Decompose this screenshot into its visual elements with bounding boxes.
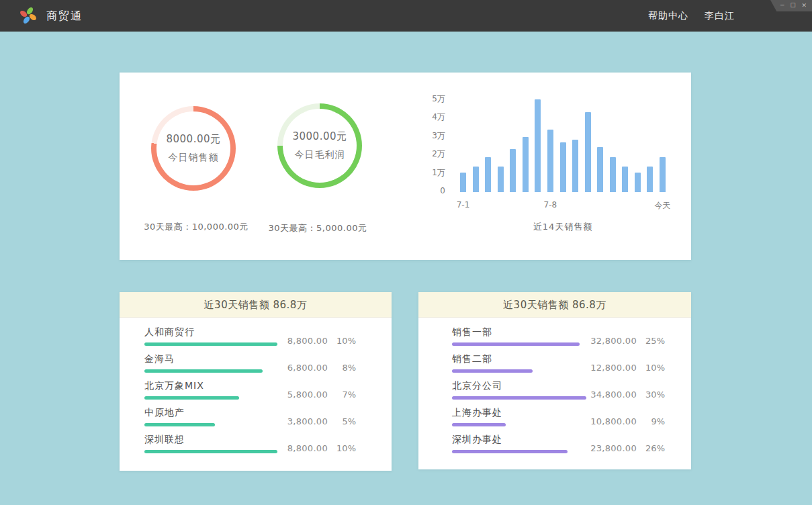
- y-tick-label: 0: [415, 185, 445, 196]
- bar-chart-y-axis: 01万2万3万4万5万: [415, 98, 445, 192]
- percent-value: 5%: [328, 416, 356, 426]
- sales-bar: [498, 167, 504, 192]
- list-item: 人和商贸行8,800.0010%: [144, 326, 356, 346]
- sales-bar: [560, 142, 566, 192]
- sales-bar: [597, 147, 603, 192]
- bar-chart-title: 近14天销售额: [460, 221, 666, 233]
- sales-bar: [535, 99, 541, 192]
- today-sales-donut: 8000.00元 今日销售额: [151, 106, 236, 191]
- y-tick-label: 2万: [415, 148, 445, 159]
- entity-name: 深圳办事处: [452, 434, 586, 445]
- percent-value: 26%: [637, 443, 665, 453]
- topbar-nav: 帮助中心 李白江: [648, 0, 735, 32]
- today-profit-value: 3000.00元: [292, 130, 347, 143]
- x-tick-label: 7-1: [443, 200, 484, 210]
- list-item: 深圳办事处23,800.0026%: [452, 434, 665, 453]
- list-item-figures: 10,800.009%: [586, 416, 665, 426]
- bar-chart-bars: [460, 98, 666, 192]
- list-item-main: 深圳办事处: [452, 434, 586, 453]
- list-item: 金海马6,800.008%: [144, 353, 356, 373]
- amount-value: 23,800.00: [590, 443, 637, 453]
- percent-value: 25%: [637, 336, 665, 346]
- percent-value: 9%: [637, 416, 665, 426]
- sales-bar: [647, 167, 653, 192]
- list-item-figures: 23,800.0026%: [586, 443, 665, 453]
- sales-bar: [660, 157, 666, 192]
- list-item-main: 中原地产: [144, 407, 277, 426]
- y-tick-label: 1万: [415, 167, 445, 178]
- list-item-figures: 3,800.005%: [277, 416, 356, 426]
- list-item-main: 深圳联想: [144, 434, 277, 453]
- percent-value: 8%: [328, 363, 356, 373]
- department-panel-title: 近30天销售额 86.8万: [418, 292, 691, 318]
- entity-name: 北京分公司: [452, 380, 586, 392]
- topbar: 商贸通 帮助中心 李白江 ─ ☐ ✕: [0, 0, 812, 32]
- today-profit-label: 今日毛利润: [295, 149, 345, 161]
- sales-bar: [622, 167, 628, 192]
- entity-name: 北京万象MIX: [144, 380, 277, 392]
- list-item: 上海办事处10,800.009%: [452, 407, 665, 426]
- department-sales-panel: 近30天销售额 86.8万 销售一部32,800.0025%销售二部12,800…: [418, 292, 691, 469]
- overview-card: 8000.00元 今日销售额 30天最高：10,000.00元 3000.00元…: [120, 73, 691, 260]
- list-item-figures: 8,800.0010%: [277, 443, 356, 453]
- app-logo-icon: [18, 5, 38, 26]
- list-item-figures: 32,800.0025%: [586, 336, 665, 346]
- today-sales-label: 今日销售额: [169, 152, 219, 164]
- list-item-figures: 34,800.0030%: [586, 389, 665, 400]
- amount-value: 8,800.00: [287, 336, 328, 346]
- bar-chart-x-axis: 7-17-8今天: [460, 200, 666, 211]
- user-menu[interactable]: 李白江: [705, 10, 735, 22]
- amount-value: 5,800.00: [287, 389, 328, 400]
- amount-value: 34,800.00: [590, 389, 637, 400]
- today-sales-value: 8000.00元: [166, 133, 220, 146]
- list-item-figures: 6,800.008%: [277, 363, 356, 373]
- customer-panel-title: 近30天销售额 86.8万: [120, 292, 392, 318]
- profit-30day-max: 30天最高：5,000.00元: [244, 222, 392, 234]
- progress-bar: [144, 396, 239, 400]
- entity-name: 销售一部: [452, 326, 586, 338]
- progress-bar: [452, 396, 586, 400]
- entity-name: 上海办事处: [452, 407, 586, 418]
- amount-value: 12,800.00: [590, 363, 637, 373]
- sales-bar: [485, 157, 491, 192]
- sales-bar: [523, 137, 529, 192]
- list-item: 中原地产3,800.005%: [144, 407, 356, 426]
- list-item: 北京万象MIX5,800.007%: [144, 380, 356, 400]
- list-item-main: 销售二部: [452, 353, 586, 373]
- sales-bar: [610, 157, 616, 192]
- percent-value: 10%: [637, 363, 665, 373]
- list-item-main: 金海马: [144, 353, 277, 373]
- close-button[interactable]: ✕: [801, 3, 807, 9]
- list-item-figures: 12,800.0010%: [586, 363, 665, 373]
- minimize-button[interactable]: ─: [780, 3, 784, 9]
- sales-bar: [510, 149, 516, 192]
- percent-value: 7%: [328, 389, 356, 400]
- list-item-main: 北京万象MIX: [144, 380, 277, 400]
- entity-name: 人和商贸行: [144, 326, 277, 338]
- sales-bar: [585, 112, 591, 192]
- list-item-figures: 5,800.007%: [277, 389, 356, 400]
- maximize-button[interactable]: ☐: [790, 3, 795, 9]
- progress-bar: [144, 450, 277, 453]
- progress-bar: [452, 342, 580, 346]
- app-title: 商贸通: [46, 0, 83, 32]
- help-center-link[interactable]: 帮助中心: [648, 10, 688, 22]
- list-item-main: 上海办事处: [452, 407, 586, 426]
- y-tick-label: 4万: [415, 111, 445, 122]
- progress-bar: [452, 423, 506, 426]
- percent-value: 30%: [637, 389, 665, 400]
- sales-bar: [572, 140, 578, 192]
- sales-bar: [635, 173, 641, 192]
- progress-bar: [144, 342, 277, 346]
- app-window: 商贸通 帮助中心 李白江 ─ ☐ ✕ 8000.00元 今日销售额 30天最高：…: [0, 0, 812, 505]
- percent-value: 10%: [328, 336, 356, 346]
- entity-name: 销售二部: [452, 353, 586, 365]
- amount-value: 10,800.00: [590, 416, 637, 426]
- today-profit-donut: 3000.00元 今日毛利润: [277, 103, 362, 188]
- window-controls: ─ ☐ ✕: [770, 0, 812, 11]
- sales-bar: [547, 130, 553, 192]
- list-item: 深圳联想8,800.0010%: [144, 434, 356, 453]
- progress-bar: [452, 450, 568, 453]
- entity-name: 金海马: [144, 353, 277, 365]
- list-item-main: 北京分公司: [452, 380, 586, 400]
